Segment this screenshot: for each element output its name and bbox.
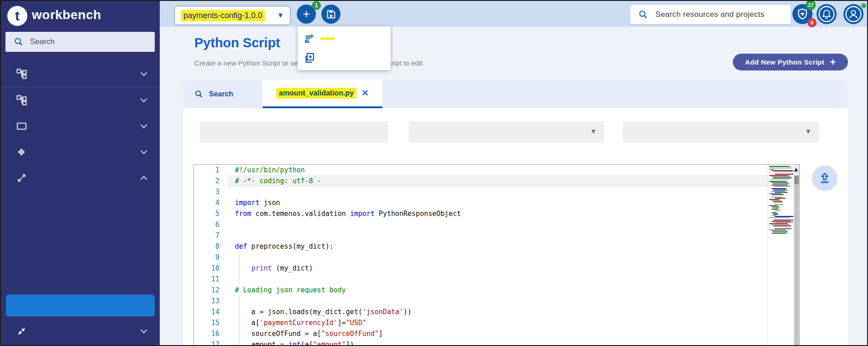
upload-button[interactable] — [812, 165, 838, 191]
chevron-down-icon: ▼ — [277, 11, 284, 20]
code-line[interactable]: 16 sourceOfFund = a["sourceOfFund"] — [194, 328, 799, 339]
add-count-badge: 1 — [312, 1, 321, 10]
scrollbar-track — [794, 184, 799, 346]
editor-lines: 1 #!/usr/bin/python 2 # -*- coding: utf-… — [194, 165, 799, 346]
search-icon — [638, 10, 648, 20]
editor-minimap[interactable] — [767, 165, 793, 346]
sidebar-item-ux-screen-extension[interactable] — [1, 216, 160, 242]
app-window: t workbench Search ❖ payments-con — [0, 0, 868, 346]
floppy-icon — [326, 9, 336, 20]
shield-icon — [796, 7, 809, 21]
sidebar: t workbench Search ❖ — [1, 1, 160, 345]
code-line[interactable]: 12 # Loading json request body — [194, 285, 799, 296]
sidebar-search-input[interactable]: Search — [5, 32, 155, 52]
chevron-down-icon[interactable]: ▼ — [805, 127, 812, 135]
chevron-up-icon — [141, 176, 147, 182]
search-icon — [14, 37, 24, 47]
add-new-button-label: Add New Python Script — [745, 58, 824, 66]
sidebar-search-placeholder: Search — [30, 37, 55, 46]
code-line[interactable]: 9 — [194, 252, 799, 263]
chevron-down-icon — [141, 122, 147, 128]
shield-error-badge: 0 — [807, 18, 817, 27]
sidebar-item-package-manager[interactable] — [1, 61, 160, 87]
menu-item-add-all[interactable] — [298, 48, 391, 67]
account-button[interactable] — [843, 4, 863, 24]
close-tab-icon[interactable]: ✕ — [361, 88, 369, 98]
adapters-icon — [16, 326, 27, 336]
code-line[interactable]: 8 def preprocess(my_dict): — [194, 241, 799, 252]
chevron-down-icon — [141, 96, 147, 102]
field-script-name[interactable] — [200, 121, 388, 142]
api-icon: ❖ — [16, 147, 27, 157]
code-line[interactable]: 7 — [194, 230, 799, 241]
sidebar-item-adapters[interactable] — [1, 318, 160, 344]
chevron-down-icon — [141, 70, 147, 76]
chevron-down-icon[interactable]: ▼ — [590, 127, 597, 135]
sidebar-menu: ❖ — [1, 61, 160, 344]
add-dropdown-menu — [298, 26, 391, 70]
global-search-placeholder: Search resources and projects — [655, 10, 764, 19]
add-new-python-script-button[interactable]: Add New Python Script + — [733, 54, 848, 70]
workbench-logo-icon: t — [7, 6, 27, 26]
save-button[interactable] — [321, 5, 340, 24]
chevron-down-icon — [141, 148, 147, 154]
field-extension-type[interactable]: ▼ — [409, 121, 604, 142]
bell-icon — [817, 4, 837, 24]
sidebar-item-api-extension[interactable] — [1, 191, 160, 216]
field-war-name[interactable]: ▼ — [623, 121, 819, 142]
code-line[interactable]: 3 — [194, 186, 799, 197]
code-editor[interactable]: 1 #!/usr/bin/python 2 # -*- coding: utf-… — [193, 164, 800, 346]
sidebar-item-python-script[interactable] — [6, 295, 155, 316]
code-line[interactable]: 11 — [194, 274, 799, 285]
hierarchy-icon — [16, 95, 27, 105]
package-selector-value: payments-config-1.0.0 — [181, 10, 265, 21]
editor-scrollbar[interactable] — [793, 165, 799, 346]
code-line[interactable]: 14 a = json.loads(my_dict.get('jsonData'… — [194, 306, 799, 317]
add-all-icon — [304, 52, 315, 63]
code-line[interactable]: 6 — [194, 219, 799, 230]
app-title: workbench — [32, 8, 101, 22]
page-title: Python Script — [194, 35, 280, 50]
sidebar-item-screens[interactable] — [1, 113, 160, 139]
screen-icon — [16, 121, 27, 131]
package-selector-dropdown[interactable]: payments-config-1.0.0 ▼ — [174, 6, 290, 25]
sidebar-item-data-model-extensions[interactable] — [1, 87, 160, 113]
code-line[interactable]: 10 print (my_dict) — [194, 263, 799, 274]
tab-amount-validation[interactable]: amount_validation.py ✕ — [263, 80, 382, 108]
code-line[interactable]: 5 from com.temenos.validation import Pyt… — [194, 208, 799, 219]
code-line[interactable]: 17 amount = int(a["amount"]) — [194, 339, 799, 346]
user-icon — [843, 4, 863, 24]
extensions-icon — [16, 173, 27, 183]
code-line[interactable]: 1 #!/usr/bin/python — [194, 165, 799, 176]
tab-active-label: amount_validation.py — [276, 88, 356, 99]
form-fields: ▼ ▼ — [183, 121, 848, 142]
add-to-package-icon — [304, 33, 315, 44]
sidebar-item-apis[interactable]: ❖ — [1, 139, 160, 165]
upload-icon — [818, 171, 832, 185]
tab-search-label: Search — [209, 90, 233, 98]
menu-item-add-to-package[interactable] — [298, 29, 391, 48]
sidebar-item-payments-extension[interactable] — [1, 242, 160, 267]
code-line[interactable]: 2 # -*- coding: utf-8 - — [194, 176, 799, 186]
search-icon — [194, 90, 203, 99]
sidebar-item-regular-expression[interactable] — [1, 267, 160, 293]
code-line[interactable]: 13 — [194, 296, 799, 306]
sidebar-item-extensions[interactable] — [1, 165, 160, 191]
tab-strip: Search amount_validation.py ✕ — [183, 80, 848, 108]
scroll-up-arrow-icon[interactable] — [794, 168, 798, 171]
topbar: payments-config-1.0.0 ▼ + 1 Search resou… — [160, 1, 868, 27]
global-search-input[interactable]: Search resources and projects — [630, 5, 791, 24]
notifications-button[interactable] — [817, 4, 837, 24]
shield-count-badge: 17 — [806, 0, 816, 10]
code-line[interactable]: 4 import json — [194, 197, 799, 208]
tab-search[interactable]: Search — [194, 80, 233, 108]
hierarchy-icon — [16, 69, 27, 79]
online-status-dot — [861, 3, 866, 8]
content-card: Search amount_validation.py ✕ ▼ ▼ 1 #!/u… — [183, 80, 848, 346]
chevron-down-icon — [141, 327, 147, 333]
scrollbar-thumb[interactable] — [794, 176, 799, 184]
code-line[interactable]: 15 a['paymentCurrencyId']="USD" — [194, 317, 799, 328]
